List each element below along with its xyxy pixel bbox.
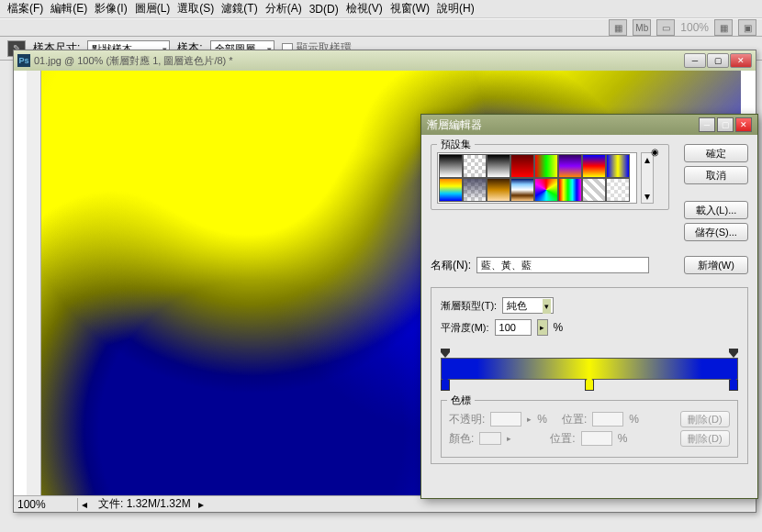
preset-swatch[interactable] <box>439 154 463 178</box>
smoothness-label: 平滑度(M): <box>441 321 489 335</box>
menu-window[interactable]: 視窗(W) <box>390 1 430 17</box>
preset-swatch[interactable] <box>439 178 463 202</box>
tool-grid-icon[interactable]: ▦ <box>714 19 733 36</box>
minimize-button[interactable]: ─ <box>684 53 706 68</box>
preset-swatch[interactable] <box>510 154 534 178</box>
dialog-title: 漸層編輯器 <box>427 117 697 133</box>
color-stop[interactable] <box>585 380 594 391</box>
smoothness-stepper-icon[interactable]: ▸ <box>537 319 548 336</box>
zoom-field[interactable]: 100% <box>14 498 78 511</box>
preset-swatch[interactable] <box>558 178 582 202</box>
preset-swatches <box>437 152 637 204</box>
gradient-editor-dialog: 漸層編輯器 ─ ▢ ✕ 預設集 ◉ <box>420 114 758 499</box>
menu-layer[interactable]: 圖層(L) <box>135 1 171 17</box>
presets-group: 預設集 ◉ <box>431 144 669 210</box>
position-label: 位置: <box>550 431 575 447</box>
status-text: 文件: 1.32M/1.32M <box>91 496 198 512</box>
tool-icon[interactable]: ▦ <box>609 19 627 36</box>
preset-scrollbar[interactable]: ▴▾ <box>641 152 654 204</box>
name-field[interactable] <box>476 257 649 273</box>
menu-edit[interactable]: 編輯(E) <box>50 1 87 17</box>
cancel-button[interactable]: 取消 <box>684 166 748 184</box>
tool-icon[interactable]: Mb <box>633 19 651 36</box>
menu-analysis[interactable]: 分析(A) <box>265 1 302 17</box>
menu-select[interactable]: 選取(S) <box>177 1 214 17</box>
document-title: 01.jpg @ 100% (漸層對應 1, 圖層遮色片/8) * <box>34 54 680 68</box>
stops-group: 色標 不透明: ▸ % 位置: % 刪除(D) 顏色: ▸ 位置: <box>441 400 738 458</box>
delete-button: 刪除(D) <box>680 430 730 447</box>
pct-unit: % <box>629 413 639 426</box>
position-field <box>581 431 612 446</box>
preset-swatch[interactable] <box>510 178 534 202</box>
status-menu-icon[interactable]: ▸ <box>198 498 204 511</box>
opacity-stop[interactable] <box>441 349 450 358</box>
titlebar: Ps 01.jpg @ 100% (漸層對應 1, 圖層遮色片/8) * ─ ▢… <box>14 50 756 71</box>
menu-3d[interactable]: 3D(D) <box>309 3 339 16</box>
zoom-value: 100% <box>680 21 709 34</box>
dialog-maximize-button[interactable]: ▢ <box>717 117 734 132</box>
preset-swatch[interactable] <box>487 178 510 202</box>
type-label: 漸層類型(T): <box>441 299 497 313</box>
preset-swatch[interactable] <box>534 178 558 202</box>
tool-arrange-icon[interactable]: ▣ <box>738 19 756 36</box>
presets-label: 預設集 <box>437 138 475 151</box>
gradient-settings-group: 漸層類型(T): 純色 平滑度(M): ▸ % <box>431 287 748 464</box>
preset-swatch[interactable] <box>582 178 606 202</box>
opacity-stop[interactable] <box>729 349 738 358</box>
gradient-bar <box>441 349 738 391</box>
chevron-icon[interactable]: ◂ <box>78 498 91 511</box>
preset-swatch[interactable] <box>463 178 487 202</box>
menu-help[interactable]: 說明(H) <box>437 1 475 17</box>
opacity-label: 不透明: <box>449 412 485 427</box>
menubar: 檔案(F) 編輯(E) 影像(I) 圖層(L) 選取(S) 濾鏡(T) 分析(A… <box>0 0 762 18</box>
save-button[interactable]: 儲存(S)... <box>684 223 748 241</box>
menu-view[interactable]: 檢視(V) <box>346 1 383 17</box>
new-button[interactable]: 新增(W) <box>684 256 748 274</box>
color-stop[interactable] <box>729 380 738 391</box>
position-field <box>592 412 623 427</box>
color-box <box>479 432 501 445</box>
preset-swatch[interactable] <box>463 154 487 178</box>
menu-filter[interactable]: 濾鏡(T) <box>221 1 257 17</box>
stops-label: 色標 <box>447 393 475 407</box>
dialog-close-button[interactable]: ✕ <box>735 117 752 132</box>
preset-swatch[interactable] <box>558 154 582 178</box>
smoothness-unit: % <box>554 321 564 334</box>
smoothness-field[interactable] <box>495 319 532 336</box>
menu-image[interactable]: 影像(I) <box>95 1 127 17</box>
load-button[interactable]: 載入(L)... <box>684 201 748 219</box>
ruler-vertical <box>27 71 41 495</box>
color-stop[interactable] <box>441 380 450 391</box>
type-select[interactable]: 純色 <box>502 297 554 314</box>
preset-swatch[interactable] <box>534 154 558 178</box>
dialog-minimize-button[interactable]: ─ <box>699 117 715 132</box>
name-label: 名稱(N): <box>431 258 471 273</box>
position-label: 位置: <box>562 412 587 427</box>
presets-menu-icon[interactable]: ◉ <box>651 147 659 157</box>
pct-unit: % <box>537 413 547 426</box>
pct-unit: % <box>618 432 628 445</box>
preset-swatch[interactable] <box>582 154 606 178</box>
close-button[interactable]: ✕ <box>730 53 752 68</box>
menu-file[interactable]: 檔案(F) <box>7 1 43 17</box>
preset-swatch[interactable] <box>606 178 630 202</box>
tool-screen-icon[interactable]: ▭ <box>656 19 675 36</box>
ps-icon: Ps <box>17 54 30 67</box>
delete-button: 刪除(D) <box>680 411 730 427</box>
top-toolbar: ▦ Mb ▭ 100% ▦ ▣ <box>0 18 762 37</box>
dialog-titlebar[interactable]: 漸層編輯器 ─ ▢ ✕ <box>421 115 757 135</box>
maximize-button[interactable]: ▢ <box>707 53 729 68</box>
ok-button[interactable]: 確定 <box>684 144 748 162</box>
preset-swatch[interactable] <box>606 154 630 178</box>
color-label: 顏色: <box>449 431 474 447</box>
preset-swatch[interactable] <box>487 154 510 178</box>
opacity-field <box>490 412 521 427</box>
